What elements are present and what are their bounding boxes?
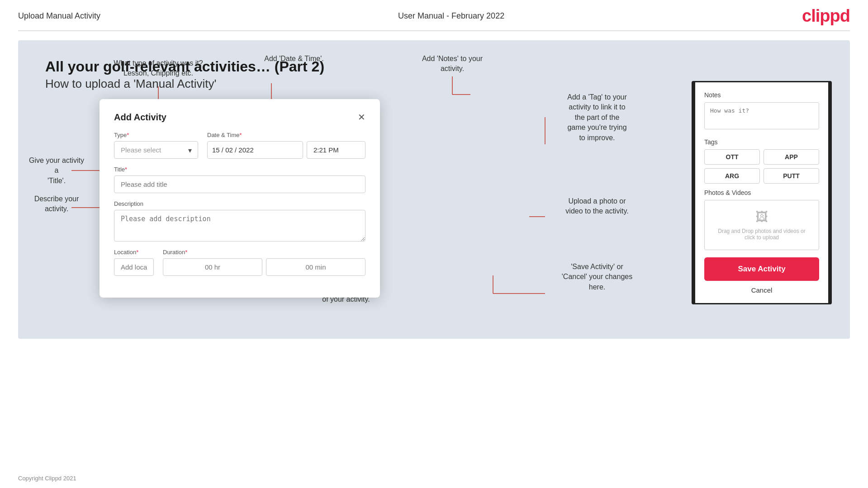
photo-upload-icon: 🖼 xyxy=(714,209,810,224)
page-section-label: Upload Manual Activity xyxy=(18,11,100,21)
manual-title: User Manual - February 2022 xyxy=(398,11,504,21)
type-label: Type* xyxy=(114,132,198,138)
modal-title: Add Activity xyxy=(114,112,166,123)
photos-dropzone[interactable]: 🖼 Drag and Drop photos and videos or cli… xyxy=(704,200,819,250)
location-group: Location* xyxy=(114,249,154,276)
type-group: Type* Please select xyxy=(114,132,198,159)
close-button[interactable]: ✕ xyxy=(358,112,365,123)
annotation-type: What type of activity was it?Lesson, Chi… xyxy=(113,58,204,79)
cancel-link[interactable]: Cancel xyxy=(704,286,819,294)
type-select[interactable]: Please select xyxy=(114,141,198,159)
time-input[interactable] xyxy=(307,141,365,159)
type-select-wrapper[interactable]: Please select xyxy=(114,141,198,159)
notes-section-label: Notes xyxy=(704,91,819,99)
datetime-group: Date & Time* xyxy=(207,132,365,159)
duration-inputs xyxy=(163,258,365,276)
tag-arg[interactable]: ARG xyxy=(704,168,760,184)
description-textarea[interactable] xyxy=(114,210,365,242)
location-duration-row: Location* Duration* xyxy=(114,249,365,276)
date-time-inputs xyxy=(207,141,365,159)
modal-header: Add Activity ✕ xyxy=(114,112,365,123)
location-input[interactable] xyxy=(114,258,154,276)
duration-label: Duration* xyxy=(163,249,365,256)
annotation-datetime: Add 'Date & Time'. xyxy=(253,54,335,64)
phone-panel: Notes Tags OTT APP ARG PUTT Photos & Vid… xyxy=(692,81,832,304)
tags-section-label: Tags xyxy=(704,138,819,146)
annotation-notes: Add 'Notes' to youractivity. xyxy=(403,54,502,74)
annotation-save: 'Save Activity' or'Cancel' your changesh… xyxy=(545,262,649,292)
title-label: Title* xyxy=(114,166,365,173)
description-label: Description xyxy=(114,200,365,207)
title-input[interactable] xyxy=(114,175,365,193)
tag-ott[interactable]: OTT xyxy=(704,149,760,165)
photos-section: Photos & Videos 🖼 Drag and Drop photos a… xyxy=(704,189,819,250)
datetime-label: Date & Time* xyxy=(207,132,365,138)
description-group: Description xyxy=(114,200,365,242)
copyright: Copyright Clippd 2021 xyxy=(18,475,76,482)
duration-group: Duration* xyxy=(163,249,365,276)
photos-hint: Drag and Drop photos and videos or click… xyxy=(714,228,810,241)
annotation-title: Give your activity a'Title'. xyxy=(27,156,86,186)
tag-putt[interactable]: PUTT xyxy=(764,168,819,184)
photos-section-label: Photos & Videos xyxy=(704,189,819,196)
duration-min-input[interactable] xyxy=(266,258,365,276)
clippd-logo: clippd xyxy=(802,6,850,26)
header-divider xyxy=(18,30,850,31)
type-datetime-row: Type* Please select Date & Time* xyxy=(114,132,365,159)
annotation-tag: Add a 'Tag' to youractivity to link it t… xyxy=(545,92,649,143)
add-activity-modal: Add Activity ✕ Type* Please select Date … xyxy=(100,99,380,298)
annotation-photo: Upload a photo orvideo to the activity. xyxy=(545,196,649,217)
tags-grid: OTT APP ARG PUTT xyxy=(704,149,819,184)
main-content-area: All your golf-relevant activities… (Part… xyxy=(18,40,850,339)
location-label: Location* xyxy=(114,249,154,256)
annotation-description: Describe youractivity. xyxy=(27,194,86,214)
date-input[interactable] xyxy=(207,141,303,159)
tags-section: Tags OTT APP ARG PUTT xyxy=(704,138,819,184)
save-activity-button[interactable]: Save Activity xyxy=(704,257,819,281)
tag-app[interactable]: APP xyxy=(764,149,819,165)
top-bar: Upload Manual Activity User Manual - Feb… xyxy=(0,0,868,30)
duration-hr-input[interactable] xyxy=(163,258,262,276)
title-group: Title* xyxy=(114,166,365,193)
notes-textarea[interactable] xyxy=(704,102,819,129)
